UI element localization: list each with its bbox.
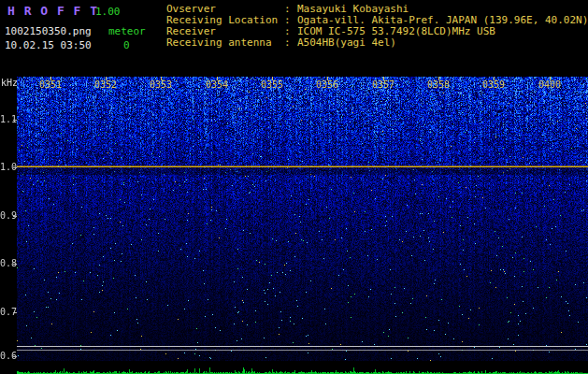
time-label: 0356: [316, 79, 338, 90]
observer-row-value: A504HB(yagi 4el): [297, 37, 396, 49]
time-label: 0357: [372, 79, 394, 90]
freq-label: 0.6: [0, 351, 12, 361]
freq-label: 0.8: [0, 258, 12, 268]
time-label: 0351: [39, 79, 62, 90]
freq-tick: [13, 264, 17, 265]
observer-row-separator: :: [284, 37, 297, 49]
y-axis-unit: kHz: [1, 78, 18, 88]
meteor-count: 0: [123, 39, 130, 51]
app-version: 1.00: [95, 6, 121, 18]
freq-tick: [13, 312, 17, 313]
freq-label: 0.7: [0, 307, 12, 317]
hrofft-window: H R O F F T 1.00 1002150350.png meteor 1…: [0, 0, 588, 374]
time-label: 0355: [261, 79, 283, 90]
freq-tick: [13, 216, 17, 217]
freq-tick: [13, 167, 17, 168]
time-label: 0354: [206, 79, 228, 90]
spectrogram-canvas: [17, 77, 588, 361]
time-label: 0359: [482, 79, 505, 90]
observer-info: Ovserver : Masayuki Kobayashi Receiving …: [166, 4, 588, 49]
time-label: 0358: [427, 79, 450, 90]
time-label: 0353: [150, 79, 172, 90]
capture-timestamp: 10.02.15 03:50: [5, 39, 92, 51]
signal-meter-canvas: [17, 361, 588, 374]
observer-row-label: Receiving antenna: [166, 37, 284, 49]
freq-tick: [13, 356, 17, 357]
observer-row: Receiving antenna : A504HB(yagi 4el): [166, 37, 588, 49]
freq-label: 1.0: [0, 162, 12, 172]
time-label: 0352: [94, 79, 117, 90]
output-filename: 1002150350.png: [5, 25, 92, 37]
time-label: 0400: [538, 79, 561, 90]
freq-label: 1.1: [0, 114, 12, 124]
app-title: H R O F F T: [7, 4, 98, 18]
freq-label: 0.9: [0, 210, 12, 221]
mode-label: meteor: [108, 25, 146, 37]
freq-tick: [13, 120, 17, 121]
